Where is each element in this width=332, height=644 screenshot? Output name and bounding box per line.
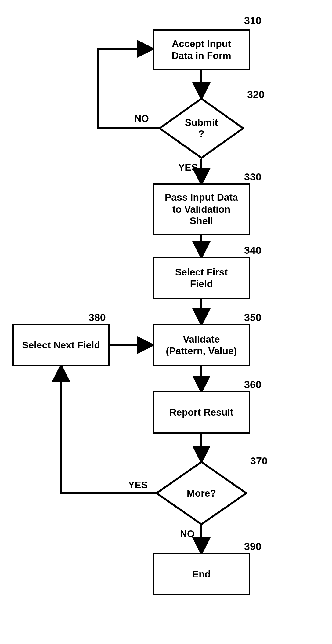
node-350-number: 350 (244, 311, 262, 323)
node-320-number: 320 (247, 89, 265, 100)
edge-320-yes-label: YES (178, 162, 198, 173)
node-340-label: Select FirstField (175, 266, 228, 290)
node-330-label: Pass Input Datato ValidationShell (165, 191, 238, 227)
node-380-label: Select Next Field (22, 339, 100, 351)
node-370-number: 370 (250, 455, 268, 467)
node-350: Validate(Pattern, Value) (153, 324, 250, 366)
edges-layer (0, 0, 332, 644)
node-380: Select Next Field (12, 324, 110, 366)
node-310-number: 310 (244, 15, 262, 27)
flowchart-canvas: 310 Accept InputData in Form 320 Submit?… (0, 0, 332, 644)
node-320: Submit? (159, 98, 244, 159)
edge-370-yes-label: YES (128, 479, 148, 491)
node-360-label: Report Result (169, 406, 233, 418)
node-390-label: End (192, 568, 211, 580)
node-370: More? (156, 461, 247, 525)
node-360-number: 360 (244, 379, 262, 391)
edge-320-no-label: NO (134, 113, 149, 124)
node-340: Select FirstField (153, 257, 250, 299)
node-320-label: Submit? (185, 117, 218, 140)
node-350-label: Validate(Pattern, Value) (166, 333, 237, 357)
node-310: Accept InputData in Form (153, 29, 250, 70)
node-340-number: 340 (244, 244, 262, 256)
node-360: Report Result (153, 391, 250, 434)
edge-370-no-label: NO (180, 528, 195, 540)
node-380-number: 380 (88, 311, 106, 323)
node-330-number: 330 (244, 171, 262, 183)
node-390-number: 390 (244, 540, 262, 552)
node-330: Pass Input Datato ValidationShell (153, 183, 250, 235)
node-390: End (153, 553, 250, 595)
node-310-label: Accept InputData in Form (171, 38, 231, 61)
node-370-label: More? (187, 488, 216, 499)
